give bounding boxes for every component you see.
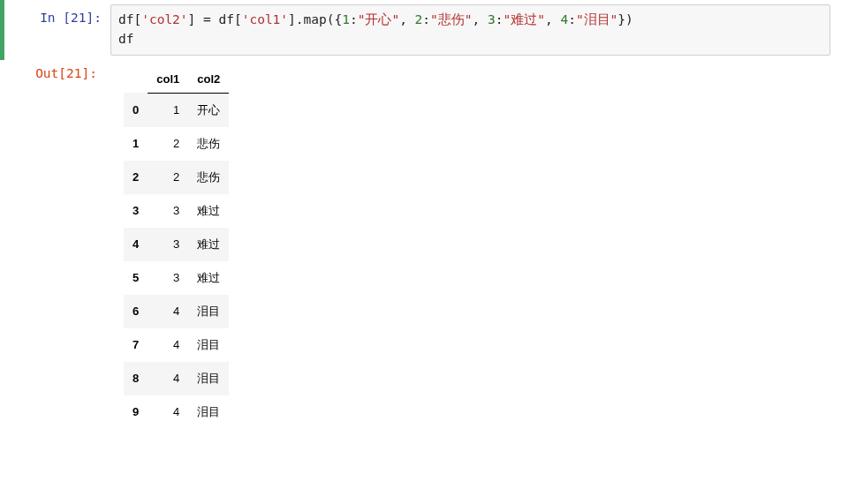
cell-col1: 3 [148,194,188,228]
code-token: "难过" [503,12,544,26]
prompt-out-suffix: ]: [82,66,97,80]
output-prompt: Out[21]: [0,60,106,429]
table-row: 74泪目 [124,328,229,362]
table-header-row: col1 col2 [124,65,229,94]
table-row: 43难过 [124,228,229,261]
cell-col1: 2 [148,161,188,194]
code-token: : [568,12,576,26]
code-token: , [473,12,488,26]
table-row: 53难过 [124,261,229,295]
code-token: 3 [488,12,496,26]
code-input-area[interactable]: df['col2'] = df['col1'].map({1:"开心", 2:"… [110,4,830,56]
notebook-cell: In [21]: df['col2'] = df['col1'].map({1:… [0,0,841,60]
cell-col2: 泪目 [188,295,229,328]
row-index: 5 [124,261,148,295]
cell-col2: 难过 [188,228,229,261]
code-token: 4 [560,12,568,26]
cell-col2: 泪目 [188,362,229,395]
table-row: 01开心 [124,93,229,127]
cell-col1: 4 [148,295,188,328]
cell-col2: 难过 [188,194,229,228]
table-row: 64泪目 [124,295,229,328]
code-token: 1 [342,12,350,26]
code-token: ] = df[ [188,12,242,26]
code-token: , [545,12,560,26]
cell-col1: 3 [148,228,188,261]
cell-col1: 2 [148,127,188,161]
code-token: "开心" [358,12,399,26]
cell-col1: 4 [148,395,188,429]
cell-col2: 泪目 [188,395,229,429]
table-row: 84泪目 [124,362,229,395]
row-index: 9 [124,395,148,429]
prompt-in-prefix: In [ [40,11,71,25]
input-prompt: In [21]: [4,4,110,56]
table-corner [124,65,148,94]
row-index: 6 [124,295,148,328]
dataframe-table: col1 col2 01开心12悲伤22悲伤33难过43难过53难过64泪目74… [124,65,229,429]
code-token: "悲伤" [430,12,472,26]
code-token: "泪目" [576,12,617,26]
code-token: ].map({ [288,12,342,26]
code-token: }) [617,12,633,26]
table-row: 94泪目 [124,395,229,429]
code-token: : [350,12,358,26]
row-index: 2 [124,161,148,194]
cell-col1: 4 [148,362,188,395]
code-token: 'col2' [141,12,187,26]
row-index: 1 [124,127,148,161]
output-area: col1 col2 01开心12悲伤22悲伤33难过43难过53难过64泪目74… [106,60,841,429]
table-row: 22悲伤 [124,161,229,194]
code-token: df[ [118,12,141,26]
row-index: 8 [124,362,148,395]
prompt-out-prefix: Out[ [35,66,66,80]
row-index: 3 [124,194,148,228]
cell-col2: 泪目 [188,328,229,362]
col-header-col2: col2 [188,65,229,94]
cell-col1: 3 [148,261,188,295]
code-token: , [399,12,414,26]
code-token: : [422,12,430,26]
prompt-in-count: 21 [71,11,86,25]
table-row: 33难过 [124,194,229,228]
cell-col1: 1 [148,93,188,127]
output-row: Out[21]: col1 col2 01开心12悲伤22悲伤33难过43难过5… [0,60,841,438]
code-token: df [118,32,133,46]
prompt-out-count: 21 [66,66,81,80]
code-token: 'col1' [242,12,288,26]
prompt-in-suffix: ]: [87,11,102,25]
cell-col2: 悲伤 [188,127,229,161]
row-index: 4 [124,228,148,261]
table-row: 12悲伤 [124,127,229,161]
cell-col2: 悲伤 [188,161,229,194]
cell-col2: 开心 [188,93,229,127]
col-header-col1: col1 [148,65,188,94]
row-index: 7 [124,328,148,362]
cell-col2: 难过 [188,261,229,295]
row-index: 0 [124,93,148,127]
cell-col1: 4 [148,328,188,362]
